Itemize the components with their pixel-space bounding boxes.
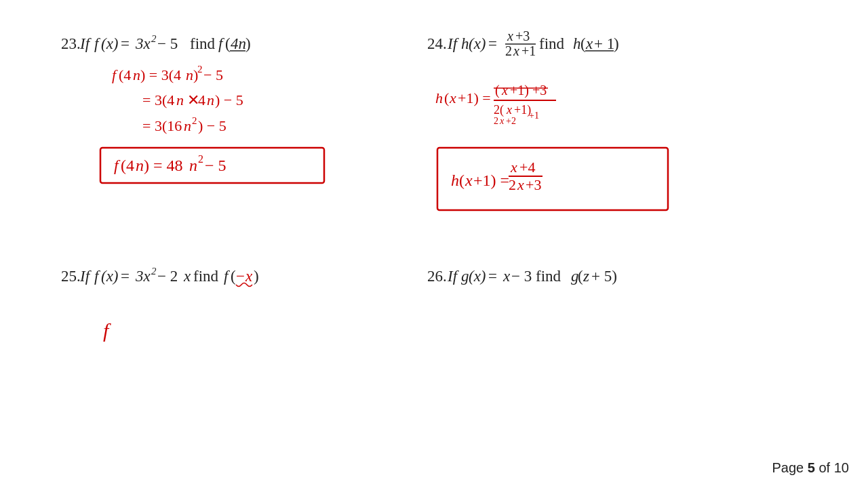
svg-text:z: z <box>583 268 589 285</box>
svg-text:=: = <box>488 35 497 52</box>
page-container: 23. If f (x) = 3x 2 − 5 find f ( 4n ) f … <box>0 0 868 488</box>
svg-text:): ) <box>193 66 198 83</box>
page-total: 10 <box>834 460 849 475</box>
svg-text:(x): (x) <box>469 268 486 285</box>
svg-text:= 3(4: = 3(4 <box>142 92 174 108</box>
svg-text:24.: 24. <box>427 35 447 52</box>
svg-text:+3: +3 <box>526 176 541 193</box>
svg-text:3x: 3x <box>135 268 151 285</box>
svg-text:(x): (x) <box>469 35 486 52</box>
svg-text:n: n <box>186 66 193 83</box>
svg-text:f: f <box>94 268 101 285</box>
svg-text:4: 4 <box>198 92 205 108</box>
svg-text:f: f <box>224 268 231 285</box>
svg-text:=: = <box>488 268 497 285</box>
svg-text:−: − <box>236 268 245 285</box>
svg-text:x: x <box>501 83 508 98</box>
svg-text:+1: +1 <box>529 110 539 121</box>
svg-text:+3: +3 <box>515 28 530 43</box>
svg-text:h: h <box>573 35 581 52</box>
svg-text:+2: +2 <box>506 116 516 126</box>
svg-text:): ) <box>614 35 619 52</box>
svg-text:) = 3(4: ) = 3(4 <box>140 66 181 83</box>
svg-text:2(: 2( <box>494 103 504 117</box>
svg-text:+ 1: + 1 <box>594 35 614 52</box>
svg-text:(4: (4 <box>121 157 134 174</box>
svg-text:h: h <box>451 171 459 189</box>
svg-text:find: find <box>190 35 216 52</box>
svg-text:26.: 26. <box>427 268 447 285</box>
svg-text:x: x <box>585 35 593 52</box>
svg-text:2: 2 <box>198 153 203 165</box>
svg-text:2: 2 <box>151 33 157 44</box>
svg-text:25.: 25. <box>61 268 81 285</box>
svg-text:23.: 23. <box>61 35 81 52</box>
svg-text:− 5: − 5 <box>205 157 226 174</box>
svg-text:If: If <box>447 268 460 285</box>
svg-text:4n: 4n <box>231 35 246 52</box>
svg-text:(: ( <box>580 35 586 52</box>
page-of-label: of <box>819 460 831 475</box>
svg-text:=: = <box>121 268 130 285</box>
svg-text:(: ( <box>444 89 449 106</box>
svg-text:f: f <box>218 35 225 52</box>
svg-text:): ) <box>245 35 251 52</box>
svg-text:) − 5: ) − 5 <box>198 117 226 134</box>
svg-text:find: find <box>539 35 565 52</box>
svg-text:find: find <box>193 268 219 285</box>
svg-text:(x): (x) <box>101 268 119 285</box>
svg-text:x: x <box>449 89 456 106</box>
svg-text:n: n <box>136 157 144 174</box>
svg-text:x: x <box>502 268 511 285</box>
svg-text:x: x <box>183 268 191 285</box>
svg-text:2: 2 <box>494 116 498 126</box>
svg-text:+1: +1 <box>521 43 536 58</box>
svg-text:+1) +3: +1) +3 <box>510 83 547 98</box>
svg-text:(: ( <box>495 83 500 98</box>
svg-text:If: If <box>79 268 92 285</box>
svg-text:=: = <box>121 35 130 52</box>
svg-text:2: 2 <box>151 266 157 277</box>
svg-text:f: f <box>94 35 101 52</box>
svg-text:2: 2 <box>509 176 516 193</box>
svg-text:(x): (x) <box>101 35 119 52</box>
svg-text:f: f <box>103 319 111 342</box>
svg-text:x: x <box>465 171 473 189</box>
page-current: 5 <box>808 460 815 475</box>
svg-text:If: If <box>79 35 92 52</box>
svg-text:+ 5): + 5) <box>591 268 617 285</box>
svg-text:2: 2 <box>197 64 203 75</box>
svg-text:n: n <box>189 157 197 174</box>
svg-text:x: x <box>499 116 505 126</box>
svg-text:n: n <box>176 92 184 108</box>
svg-text:x: x <box>513 43 519 58</box>
svg-text:= 3(16: = 3(16 <box>142 117 182 134</box>
svg-text:) = 48: ) = 48 <box>144 157 183 174</box>
svg-text:x: x <box>510 159 517 176</box>
svg-text:x: x <box>507 28 513 43</box>
svg-rect-74 <box>437 148 668 210</box>
svg-text:x: x <box>517 176 524 193</box>
page-label: Page <box>772 460 804 475</box>
svg-text:f: f <box>112 66 118 83</box>
svg-text:+1): +1) <box>514 103 531 117</box>
content-area: 23. If f (x) = 3x 2 − 5 find f ( 4n ) f … <box>0 0 868 488</box>
svg-text:(4: (4 <box>119 66 131 83</box>
svg-text:g: g <box>571 268 579 285</box>
svg-text:2: 2 <box>505 43 512 58</box>
svg-text:f: f <box>114 157 121 174</box>
svg-text:(: ( <box>578 268 583 285</box>
svg-text:− 3  find: − 3 find <box>511 268 561 285</box>
svg-text:): ) <box>254 268 259 285</box>
svg-text:+4: +4 <box>519 159 535 176</box>
svg-text:h: h <box>435 89 443 106</box>
svg-text:3x: 3x <box>135 35 151 52</box>
svg-text:+1) =: +1) = <box>458 89 491 106</box>
svg-text:h: h <box>461 35 469 52</box>
svg-text:2: 2 <box>192 115 197 126</box>
svg-text:(: ( <box>459 171 465 189</box>
svg-text:If: If <box>447 35 460 52</box>
svg-text:(: ( <box>231 268 236 285</box>
svg-text:x: x <box>245 268 253 285</box>
svg-text:✕: ✕ <box>187 92 199 108</box>
